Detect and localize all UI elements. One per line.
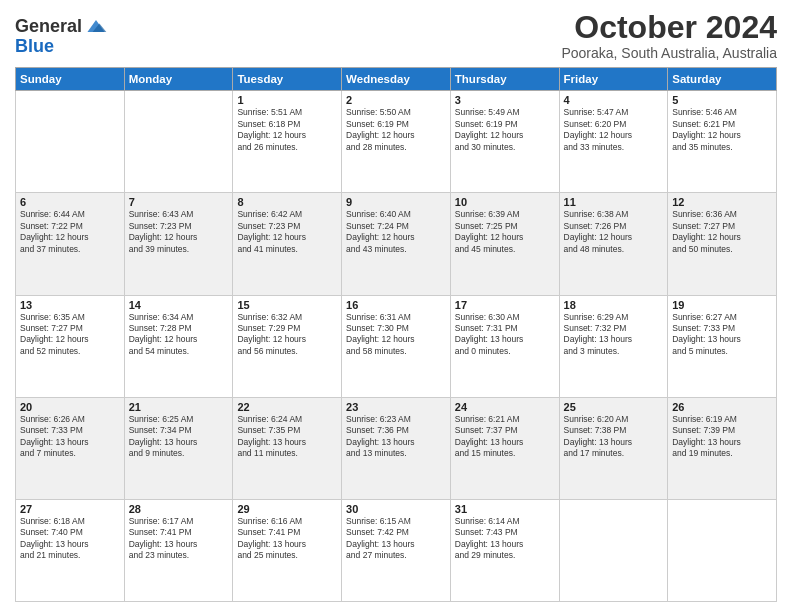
calendar-cell: 23Sunrise: 6:23 AM Sunset: 7:36 PM Dayli… [342,397,451,499]
day-info: Sunrise: 6:27 AM Sunset: 7:33 PM Dayligh… [672,312,772,358]
day-info: Sunrise: 6:25 AM Sunset: 7:34 PM Dayligh… [129,414,229,460]
calendar-cell: 20Sunrise: 6:26 AM Sunset: 7:33 PM Dayli… [16,397,125,499]
day-info: Sunrise: 6:20 AM Sunset: 7:38 PM Dayligh… [564,414,664,460]
day-number: 20 [20,401,120,413]
calendar-cell: 7Sunrise: 6:43 AM Sunset: 7:23 PM Daylig… [124,193,233,295]
calendar-cell: 31Sunrise: 6:14 AM Sunset: 7:43 PM Dayli… [450,499,559,601]
calendar-week-row: 20Sunrise: 6:26 AM Sunset: 7:33 PM Dayli… [16,397,777,499]
calendar-cell: 14Sunrise: 6:34 AM Sunset: 7:28 PM Dayli… [124,295,233,397]
day-info: Sunrise: 6:16 AM Sunset: 7:41 PM Dayligh… [237,516,337,562]
day-info: Sunrise: 6:26 AM Sunset: 7:33 PM Dayligh… [20,414,120,460]
day-number: 13 [20,299,120,311]
logo-general-text: General [15,16,82,37]
calendar-cell: 19Sunrise: 6:27 AM Sunset: 7:33 PM Dayli… [668,295,777,397]
day-info: Sunrise: 6:19 AM Sunset: 7:39 PM Dayligh… [672,414,772,460]
day-info: Sunrise: 6:14 AM Sunset: 7:43 PM Dayligh… [455,516,555,562]
day-number: 23 [346,401,446,413]
day-number: 18 [564,299,664,311]
day-number: 14 [129,299,229,311]
calendar-cell [559,499,668,601]
calendar-cell: 13Sunrise: 6:35 AM Sunset: 7:27 PM Dayli… [16,295,125,397]
col-thursday: Thursday [450,68,559,91]
calendar-cell: 6Sunrise: 6:44 AM Sunset: 7:22 PM Daylig… [16,193,125,295]
day-number: 28 [129,503,229,515]
day-number: 11 [564,196,664,208]
calendar-week-row: 1Sunrise: 5:51 AM Sunset: 6:18 PM Daylig… [16,91,777,193]
calendar-cell: 17Sunrise: 6:30 AM Sunset: 7:31 PM Dayli… [450,295,559,397]
day-number: 1 [237,94,337,106]
col-friday: Friday [559,68,668,91]
day-number: 27 [20,503,120,515]
day-info: Sunrise: 6:30 AM Sunset: 7:31 PM Dayligh… [455,312,555,358]
calendar-cell: 11Sunrise: 6:38 AM Sunset: 7:26 PM Dayli… [559,193,668,295]
day-number: 19 [672,299,772,311]
day-info: Sunrise: 6:23 AM Sunset: 7:36 PM Dayligh… [346,414,446,460]
day-number: 25 [564,401,664,413]
day-number: 2 [346,94,446,106]
day-number: 9 [346,196,446,208]
day-info: Sunrise: 6:31 AM Sunset: 7:30 PM Dayligh… [346,312,446,358]
calendar-cell: 5Sunrise: 5:46 AM Sunset: 6:21 PM Daylig… [668,91,777,193]
day-number: 16 [346,299,446,311]
day-number: 3 [455,94,555,106]
calendar-cell: 30Sunrise: 6:15 AM Sunset: 7:42 PM Dayli… [342,499,451,601]
calendar-cell: 21Sunrise: 6:25 AM Sunset: 7:34 PM Dayli… [124,397,233,499]
calendar-cell: 25Sunrise: 6:20 AM Sunset: 7:38 PM Dayli… [559,397,668,499]
day-info: Sunrise: 6:24 AM Sunset: 7:35 PM Dayligh… [237,414,337,460]
day-info: Sunrise: 6:35 AM Sunset: 7:27 PM Dayligh… [20,312,120,358]
day-number: 21 [129,401,229,413]
calendar-cell: 10Sunrise: 6:39 AM Sunset: 7:25 PM Dayli… [450,193,559,295]
day-number: 6 [20,196,120,208]
day-info: Sunrise: 6:40 AM Sunset: 7:24 PM Dayligh… [346,209,446,255]
day-info: Sunrise: 6:39 AM Sunset: 7:25 PM Dayligh… [455,209,555,255]
calendar-cell: 16Sunrise: 6:31 AM Sunset: 7:30 PM Dayli… [342,295,451,397]
calendar-cell: 1Sunrise: 5:51 AM Sunset: 6:18 PM Daylig… [233,91,342,193]
day-info: Sunrise: 5:51 AM Sunset: 6:18 PM Dayligh… [237,107,337,153]
day-info: Sunrise: 6:15 AM Sunset: 7:42 PM Dayligh… [346,516,446,562]
day-number: 26 [672,401,772,413]
calendar-cell: 22Sunrise: 6:24 AM Sunset: 7:35 PM Dayli… [233,397,342,499]
day-info: Sunrise: 6:18 AM Sunset: 7:40 PM Dayligh… [20,516,120,562]
calendar-cell [668,499,777,601]
calendar-table: Sunday Monday Tuesday Wednesday Thursday… [15,67,777,602]
calendar-cell: 8Sunrise: 6:42 AM Sunset: 7:23 PM Daylig… [233,193,342,295]
calendar-cell: 4Sunrise: 5:47 AM Sunset: 6:20 PM Daylig… [559,91,668,193]
location: Pooraka, South Australia, Australia [561,45,777,61]
calendar-cell [124,91,233,193]
day-info: Sunrise: 5:47 AM Sunset: 6:20 PM Dayligh… [564,107,664,153]
day-number: 30 [346,503,446,515]
calendar-cell: 27Sunrise: 6:18 AM Sunset: 7:40 PM Dayli… [16,499,125,601]
day-info: Sunrise: 6:32 AM Sunset: 7:29 PM Dayligh… [237,312,337,358]
day-info: Sunrise: 6:38 AM Sunset: 7:26 PM Dayligh… [564,209,664,255]
title-block: October 2024 Pooraka, South Australia, A… [561,10,777,61]
header: General Blue October 2024 Pooraka, South… [15,10,777,61]
day-info: Sunrise: 6:44 AM Sunset: 7:22 PM Dayligh… [20,209,120,255]
col-sunday: Sunday [16,68,125,91]
calendar-week-row: 6Sunrise: 6:44 AM Sunset: 7:22 PM Daylig… [16,193,777,295]
calendar-cell: 12Sunrise: 6:36 AM Sunset: 7:27 PM Dayli… [668,193,777,295]
calendar-cell: 2Sunrise: 5:50 AM Sunset: 6:19 PM Daylig… [342,91,451,193]
day-number: 10 [455,196,555,208]
day-info: Sunrise: 6:42 AM Sunset: 7:23 PM Dayligh… [237,209,337,255]
day-info: Sunrise: 6:36 AM Sunset: 7:27 PM Dayligh… [672,209,772,255]
calendar-cell: 28Sunrise: 6:17 AM Sunset: 7:41 PM Dayli… [124,499,233,601]
col-saturday: Saturday [668,68,777,91]
day-info: Sunrise: 6:21 AM Sunset: 7:37 PM Dayligh… [455,414,555,460]
day-number: 17 [455,299,555,311]
day-info: Sunrise: 5:46 AM Sunset: 6:21 PM Dayligh… [672,107,772,153]
calendar-cell: 18Sunrise: 6:29 AM Sunset: 7:32 PM Dayli… [559,295,668,397]
calendar-cell [16,91,125,193]
col-monday: Monday [124,68,233,91]
calendar-cell: 15Sunrise: 6:32 AM Sunset: 7:29 PM Dayli… [233,295,342,397]
calendar-week-row: 27Sunrise: 6:18 AM Sunset: 7:40 PM Dayli… [16,499,777,601]
calendar-cell: 3Sunrise: 5:49 AM Sunset: 6:19 PM Daylig… [450,91,559,193]
month-title: October 2024 [561,10,777,45]
calendar-cell: 9Sunrise: 6:40 AM Sunset: 7:24 PM Daylig… [342,193,451,295]
day-info: Sunrise: 6:29 AM Sunset: 7:32 PM Dayligh… [564,312,664,358]
day-number: 22 [237,401,337,413]
day-number: 12 [672,196,772,208]
day-number: 7 [129,196,229,208]
logo-icon [84,14,108,38]
day-number: 8 [237,196,337,208]
page: General Blue October 2024 Pooraka, South… [0,0,792,612]
